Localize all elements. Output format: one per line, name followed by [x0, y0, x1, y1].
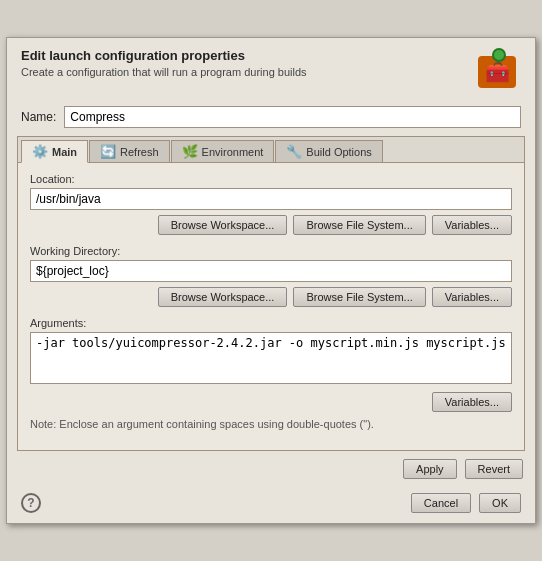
- tab-build-options[interactable]: 🔧 Build Options: [275, 140, 382, 162]
- location-label: Location:: [30, 173, 512, 185]
- workdir-variables-button[interactable]: Variables...: [432, 287, 512, 307]
- name-row: Name:: [7, 102, 535, 136]
- tab-main-content: Location: Browse Workspace... Browse Fil…: [18, 163, 524, 450]
- working-directory-input[interactable]: [30, 260, 512, 282]
- edit-launch-config-dialog: Edit launch configuration properties Cre…: [6, 37, 536, 524]
- bottom-right: Cancel OK: [411, 493, 521, 513]
- dialog-header: Edit launch configuration properties Cre…: [7, 38, 535, 102]
- location-group: Location: Browse Workspace... Browse Fil…: [30, 173, 512, 235]
- arguments-label: Arguments:: [30, 317, 512, 329]
- location-browse-workspace-button[interactable]: Browse Workspace...: [158, 215, 288, 235]
- tab-bar: ⚙️ Main 🔄 Refresh 🌿 Environment 🔧 Build …: [18, 137, 524, 163]
- dialog-bottom: ? Cancel OK: [7, 483, 535, 523]
- dialog-subtitle: Create a configuration that will run a p…: [21, 66, 473, 78]
- workdir-browse-workspace-button[interactable]: Browse Workspace...: [158, 287, 288, 307]
- working-directory-label: Working Directory:: [30, 245, 512, 257]
- apply-button[interactable]: Apply: [403, 459, 457, 479]
- cancel-button[interactable]: Cancel: [411, 493, 471, 513]
- main-tab-icon: ⚙️: [32, 144, 48, 159]
- revert-button[interactable]: Revert: [465, 459, 523, 479]
- working-directory-group: Working Directory: Browse Workspace... B…: [30, 245, 512, 307]
- tab-environment[interactable]: 🌿 Environment: [171, 140, 275, 162]
- workdir-browse-filesystem-button[interactable]: Browse File System...: [293, 287, 425, 307]
- arguments-note: Note: Enclose an argument containing spa…: [30, 418, 512, 430]
- help-icon[interactable]: ?: [21, 493, 41, 513]
- tab-build-options-label: Build Options: [306, 146, 371, 158]
- ok-button[interactable]: OK: [479, 493, 521, 513]
- refresh-tab-icon: 🔄: [100, 144, 116, 159]
- tab-environment-label: Environment: [202, 146, 264, 158]
- arguments-textarea[interactable]: -jar tools/yuicompressor-2.4.2.jar -o my…: [30, 332, 512, 384]
- tab-refresh[interactable]: 🔄 Refresh: [89, 140, 170, 162]
- tab-main-label: Main: [52, 146, 77, 158]
- working-directory-button-row: Browse Workspace... Browse File System..…: [30, 287, 512, 307]
- toolbox-icon: [478, 56, 516, 88]
- dialog-icon-area: [473, 48, 521, 96]
- arguments-group: Arguments: -jar tools/yuicompressor-2.4.…: [30, 317, 512, 430]
- location-variables-button[interactable]: Variables...: [432, 215, 512, 235]
- dialog-title: Edit launch configuration properties: [21, 48, 473, 63]
- arguments-variables-button[interactable]: Variables...: [432, 392, 512, 412]
- name-label: Name:: [21, 110, 56, 124]
- tab-main[interactable]: ⚙️ Main: [21, 140, 88, 163]
- environment-tab-icon: 🌿: [182, 144, 198, 159]
- location-browse-filesystem-button[interactable]: Browse File System...: [293, 215, 425, 235]
- location-button-row: Browse Workspace... Browse File System..…: [30, 215, 512, 235]
- tab-refresh-label: Refresh: [120, 146, 159, 158]
- location-input[interactable]: [30, 188, 512, 210]
- tab-panel: ⚙️ Main 🔄 Refresh 🌿 Environment 🔧 Build …: [17, 136, 525, 451]
- title-area: Edit launch configuration properties Cre…: [21, 48, 473, 78]
- arguments-variables-row: Variables...: [30, 392, 512, 412]
- bottom-left: ?: [21, 493, 41, 513]
- build-options-tab-icon: 🔧: [286, 144, 302, 159]
- apply-revert-row: Apply Revert: [7, 451, 535, 483]
- name-input[interactable]: [64, 106, 521, 128]
